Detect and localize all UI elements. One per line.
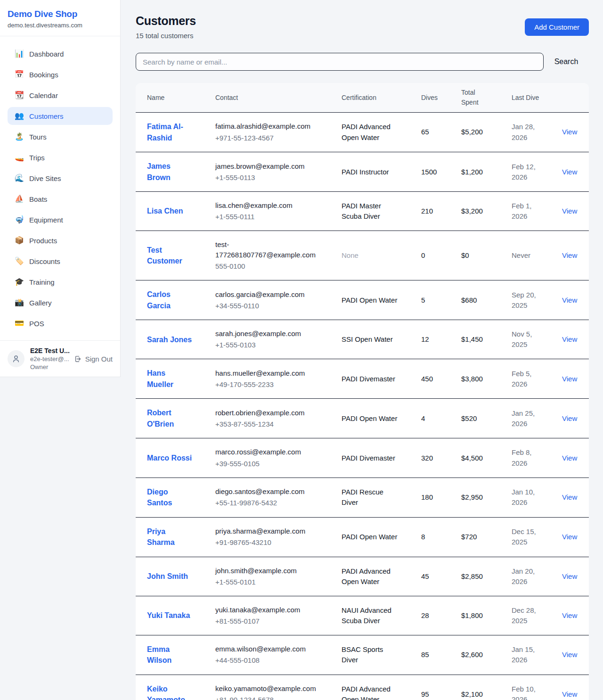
view-customer-link[interactable]: View [562, 375, 577, 383]
customer-last-dive: Dec 15, 2025 [500, 517, 551, 557]
sidebar-item-products[interactable]: 📦 Products [8, 231, 113, 249]
sidebar-item-label: Training [29, 278, 55, 286]
sidebar-item-dive-sites[interactable]: 🌊 Dive Sites [8, 169, 113, 187]
sidebar-item-calendar[interactable]: 📆 Calendar [8, 86, 113, 104]
customer-phone: +1-555-0103 [215, 340, 319, 350]
sidebar-item-label: Boats [29, 195, 47, 203]
view-customer-link[interactable]: View [562, 296, 577, 304]
customer-total-spent: $3,800 [450, 359, 500, 399]
customer-name-link[interactable]: Sarah Jones [147, 336, 192, 344]
customer-count: 15 total customers [136, 32, 196, 40]
customer-name-link[interactable]: Priya Sharma [147, 527, 175, 547]
view-customer-link[interactable]: View [562, 414, 577, 422]
customer-certification: PADI Advanced Open Water [330, 113, 410, 152]
customer-name-link[interactable]: Lisa Chen [147, 207, 183, 215]
customer-email: lisa.chen@example.com [215, 200, 319, 211]
customer-last-dive: Feb 8, 2026 [500, 438, 551, 478]
customer-certification: PADI Open Water [330, 399, 410, 438]
sign-out-label: Sign Out [85, 355, 113, 363]
customers-table-card: NameContactCertificationDivesTotal Spent… [136, 83, 589, 700]
customer-email: robert.obrien@example.com [215, 408, 319, 418]
customer-email: james.brown@example.com [215, 161, 319, 172]
customer-certification: BSAC Sports Diver [330, 635, 410, 675]
table-row: Robert O'Brien robert.obrien@example.com… [136, 399, 589, 438]
graduation-cap-icon: 🎓 [15, 278, 24, 286]
customer-name-link[interactable]: Hans Mueller [147, 369, 173, 388]
sign-out-button[interactable]: Sign Out [74, 355, 113, 363]
customer-name-link[interactable]: James Brown [147, 162, 171, 181]
sidebar-item-gallery[interactable]: 📸 Gallery [8, 294, 113, 312]
user-role: Owner [30, 363, 74, 371]
view-customer-link[interactable]: View [562, 128, 577, 136]
view-customer-link[interactable]: View [562, 251, 577, 259]
sidebar-item-customers[interactable]: 👥 Customers [8, 107, 113, 125]
customer-certification: PADI Master Scuba Diver [330, 192, 410, 231]
add-customer-button[interactable]: Add Customer [525, 18, 589, 36]
customer-dives: 1500 [410, 152, 450, 192]
customer-dives: 85 [410, 635, 450, 675]
customer-name-link[interactable]: Carlos Garcia [147, 290, 171, 310]
view-customer-link[interactable]: View [562, 493, 577, 501]
sidebar-item-label: Gallery [29, 299, 52, 307]
sidebar-item-dashboard[interactable]: 📊 Dashboard [8, 45, 113, 63]
customer-total-spent: $2,850 [450, 557, 500, 596]
customer-name-link[interactable]: Yuki Tanaka [147, 611, 190, 619]
view-customer-link[interactable]: View [562, 207, 577, 215]
sidebar-item-pos[interactable]: 💳 POS [8, 314, 113, 332]
sidebar-item-bookings[interactable]: 📅 Bookings [8, 66, 113, 83]
customer-dives: 180 [410, 478, 450, 517]
search-input[interactable] [136, 53, 544, 71]
customer-phone: +81-90-1234-5678 [215, 695, 319, 700]
search-button[interactable]: Search [544, 58, 589, 66]
sidebar-item-label: Products [29, 237, 57, 245]
person-icon [12, 354, 20, 363]
view-customer-link[interactable]: View [562, 572, 577, 580]
sidebar-item-discounts[interactable]: 🏷️ Discounts [8, 252, 113, 270]
customer-name-link[interactable]: Diego Santos [147, 488, 172, 507]
calendar-icon: 📅 [15, 71, 24, 78]
customer-last-dive: Jan 10, 2026 [500, 478, 551, 517]
customer-total-spent: $2,600 [450, 635, 500, 675]
customer-last-dive: Jan 15, 2026 [500, 635, 551, 675]
customer-last-dive: Feb 10, 2026 [500, 675, 551, 700]
customer-name-link[interactable]: John Smith [147, 572, 188, 580]
sidebar-item-training[interactable]: 🎓 Training [8, 273, 113, 291]
customer-certification: PADI Instructor [330, 152, 410, 192]
view-customer-link[interactable]: View [562, 611, 577, 619]
avatar [8, 350, 24, 367]
view-customer-link[interactable]: View [562, 651, 577, 659]
view-customer-link[interactable]: View [562, 335, 577, 343]
customer-phone: +353-87-555-1234 [215, 419, 319, 429]
sidebar-item-label: Dashboard [29, 50, 64, 58]
sidebar-item-trips[interactable]: 🚤 Trips [8, 148, 113, 166]
customer-name-link[interactable]: Robert O'Brien [147, 409, 174, 428]
sidebar-item-label: Discounts [29, 257, 60, 265]
user-info: E2E Test U... e2e-tester@... Owner [30, 347, 74, 371]
view-customer-link[interactable]: View [562, 168, 577, 176]
sidebar-item-boats[interactable]: ⛵ Boats [8, 190, 113, 208]
view-customer-link[interactable]: View [562, 533, 577, 541]
customer-email: carlos.garcia@example.com [215, 289, 319, 300]
customer-total-spent: $520 [450, 399, 500, 438]
wave-icon: 🌊 [15, 174, 24, 182]
customer-phone: 555-0100 [215, 261, 319, 272]
customer-dives: 0 [410, 231, 450, 280]
customer-name-link[interactable]: Marco Rossi [147, 454, 192, 462]
column-header: Contact [204, 83, 330, 113]
customer-email: sarah.jones@example.com [215, 329, 319, 339]
camera-flash-icon: 📸 [15, 299, 24, 306]
customer-name-link[interactable]: Emma Wilson [147, 645, 171, 665]
customer-name-link[interactable]: Test Customer [147, 246, 182, 265]
customer-name-link[interactable]: Fatima Al-Rashid [147, 123, 183, 142]
customer-phone: +34-555-0110 [215, 301, 319, 311]
view-customer-link[interactable]: View [562, 690, 577, 698]
view-customer-link[interactable]: View [562, 454, 577, 462]
customer-phone: +49-170-555-2233 [215, 379, 319, 390]
customer-name-link[interactable]: Keiko Yamamoto [147, 685, 185, 700]
tag-icon: 🏷️ [15, 257, 24, 265]
customer-dives: 450 [410, 359, 450, 399]
customer-dives: 320 [410, 438, 450, 478]
sidebar-item-equipment[interactable]: 🤿 Equipment [8, 211, 113, 229]
sidebar-item-tours[interactable]: 🏝️ Tours [8, 128, 113, 146]
customer-phone: +91-98765-43210 [215, 537, 319, 548]
